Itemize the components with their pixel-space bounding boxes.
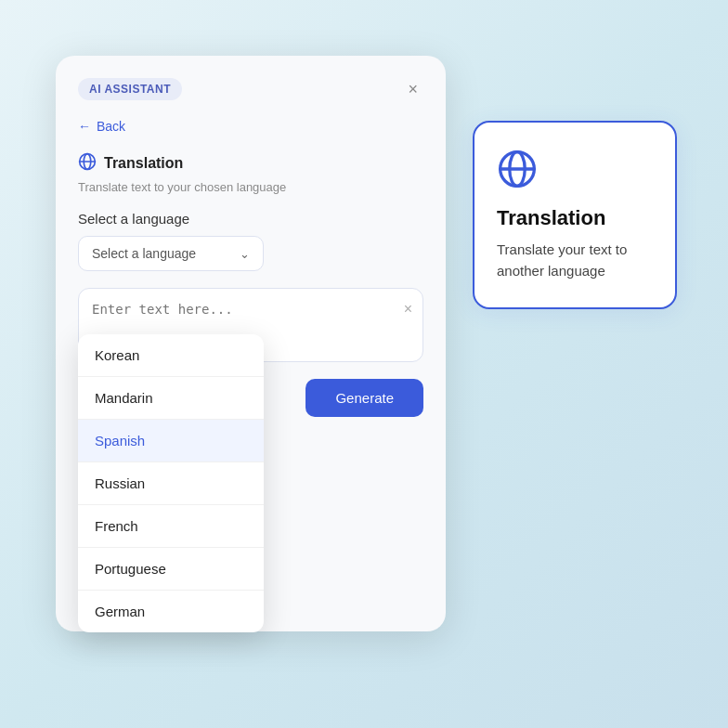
generate-button[interactable]: Generate: [306, 379, 423, 417]
select-language-label: Select a language: [78, 211, 423, 227]
translation-info-card: Translation Translate your text to anoth…: [473, 121, 677, 309]
section-title: Translation: [104, 155, 183, 172]
close-button[interactable]: ×: [402, 79, 423, 99]
language-option-russian[interactable]: Russian: [78, 462, 264, 505]
clear-button[interactable]: ×: [404, 301, 412, 318]
section-title-row: Translation: [78, 152, 423, 175]
back-link[interactable]: ← Back: [78, 119, 423, 134]
language-dropdown-list: Korean Mandarin Spanish Russian French P…: [78, 334, 264, 632]
ai-assistant-panel: AI ASSISTANT × ← Back Translation Transl…: [56, 56, 446, 631]
card-title: Translation: [497, 206, 653, 230]
globe-icon-small: [78, 152, 97, 175]
card-description: Translate your text to another language: [497, 240, 653, 281]
back-label: Back: [97, 119, 125, 134]
back-arrow-icon: ←: [78, 119, 91, 134]
select-placeholder-text: Select a language: [92, 246, 196, 261]
ai-badge: AI ASSISTANT: [78, 78, 182, 100]
section-description: Translate text to your chosen language: [78, 180, 423, 194]
language-option-portuguese[interactable]: Portuguese: [78, 548, 264, 591]
language-option-german[interactable]: German: [78, 591, 264, 632]
language-select-trigger[interactable]: Select a language ⌄: [78, 236, 264, 271]
card-globe-icon: [497, 149, 653, 193]
language-option-korean[interactable]: Korean: [78, 334, 264, 377]
panel-header: AI ASSISTANT ×: [78, 78, 423, 100]
language-option-mandarin[interactable]: Mandarin: [78, 377, 264, 420]
chevron-down-icon: ⌄: [240, 247, 250, 261]
language-option-french[interactable]: French: [78, 505, 264, 548]
language-option-spanish[interactable]: Spanish: [78, 420, 264, 462]
